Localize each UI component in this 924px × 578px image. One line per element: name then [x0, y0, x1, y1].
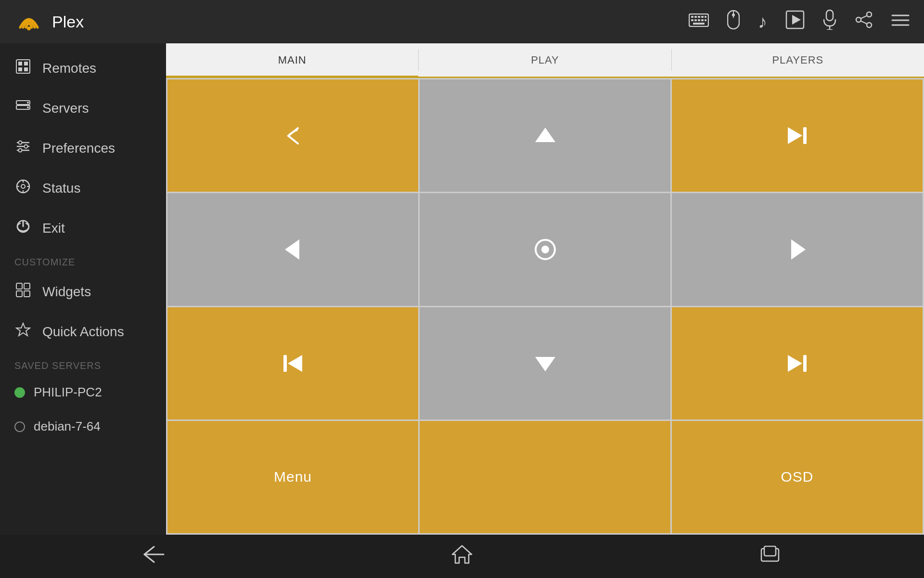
svg-marker-66 [788, 355, 802, 372]
sidebar-remotes-label: Remotes [42, 61, 96, 76]
svg-point-21 [867, 12, 872, 17]
menu-button[interactable]: Menu [167, 421, 418, 533]
main-area: Remotes Servers [0, 43, 924, 535]
select-button[interactable] [420, 193, 670, 305]
back-nav-icon[interactable] [143, 546, 165, 567]
control-grid: Menu OSD [166, 78, 924, 535]
svg-rect-6 [691, 19, 693, 21]
app-title: Plex [52, 13, 84, 31]
svg-rect-7 [694, 19, 697, 21]
svg-rect-33 [24, 67, 28, 71]
sidebar: Remotes Servers [0, 43, 166, 535]
tab-players[interactable]: PLAYERS [672, 43, 924, 77]
svg-rect-53 [16, 291, 22, 297]
sidebar-quick-actions-label: Quick Actions [42, 324, 124, 340]
svg-point-61 [541, 246, 549, 253]
topbar: Plex [0, 0, 924, 43]
svg-point-15 [732, 13, 735, 16]
menu-label: Menu [274, 469, 312, 485]
svg-marker-17 [792, 15, 801, 25]
svg-marker-57 [788, 127, 802, 144]
topbar-left: Plex [14, 7, 84, 36]
tab-main[interactable]: MAIN [166, 43, 418, 77]
servers-icon [14, 99, 32, 118]
sidebar-exit-label: Exit [42, 221, 65, 236]
svg-point-23 [867, 23, 872, 27]
svg-marker-69 [452, 546, 472, 563]
svg-rect-2 [691, 16, 693, 18]
svg-marker-65 [535, 357, 555, 371]
svg-rect-54 [24, 291, 30, 297]
sidebar-preferences-label: Preferences [42, 141, 115, 156]
remotes-icon [14, 59, 32, 78]
svg-rect-64 [283, 355, 287, 372]
svg-rect-18 [826, 10, 833, 21]
svg-rect-67 [803, 355, 807, 372]
svg-rect-71 [764, 546, 776, 556]
svg-rect-3 [694, 16, 697, 18]
svg-marker-55 [16, 323, 30, 336]
sidebar-item-servers[interactable]: Servers [0, 88, 166, 128]
tab-play[interactable]: PLAY [419, 43, 671, 77]
keyboard-icon[interactable] [689, 13, 709, 31]
svg-rect-52 [24, 283, 30, 289]
mouse-icon[interactable] [727, 10, 740, 33]
server-philip-pc2-label: PHILIP-PC2 [34, 385, 102, 400]
svg-rect-9 [701, 19, 704, 21]
svg-rect-30 [18, 62, 22, 66]
saved-servers-section-label: SAVED SERVERS [0, 352, 166, 375]
topbar-icons: ♪ [689, 10, 910, 34]
play-square-icon[interactable] [785, 10, 805, 33]
svg-marker-56 [535, 128, 555, 142]
home-nav-icon[interactable] [451, 545, 473, 568]
sidebar-item-remotes[interactable]: Remotes [0, 48, 166, 88]
sidebar-item-exit[interactable]: Exit [0, 208, 166, 248]
svg-point-36 [27, 102, 29, 104]
right-button[interactable] [672, 193, 923, 305]
sidebar-item-widgets[interactable]: Widgets [0, 272, 166, 312]
back-button[interactable] [167, 79, 418, 192]
up-button[interactable] [420, 79, 670, 192]
sidebar-item-quick-actions[interactable]: Quick Actions [0, 312, 166, 352]
customize-section-label: CUSTOMIZE [0, 248, 166, 272]
svg-rect-31 [24, 62, 28, 66]
music-icon[interactable]: ♪ [758, 12, 767, 32]
hamburger-menu-icon[interactable] [891, 13, 910, 31]
right-panel: MAIN PLAY PLAYERS [166, 43, 924, 535]
skip-prev-button[interactable] [167, 307, 418, 420]
svg-rect-51 [16, 283, 22, 289]
svg-rect-8 [698, 19, 700, 21]
sidebar-servers-label: Servers [42, 101, 89, 116]
share-icon[interactable] [855, 11, 873, 33]
svg-marker-62 [791, 239, 806, 260]
bottom-nav [0, 535, 924, 578]
osd-button[interactable]: OSD [672, 421, 923, 533]
recents-nav-icon[interactable] [759, 546, 781, 567]
osd-label: OSD [781, 469, 813, 485]
sidebar-item-preferences[interactable]: Preferences [0, 128, 166, 168]
sidebar-item-status[interactable]: Status [0, 168, 166, 208]
step-forward-button[interactable] [672, 79, 923, 192]
left-button[interactable] [167, 193, 418, 305]
svg-rect-32 [18, 67, 22, 71]
saved-server-debian[interactable]: debian-7-64 [0, 409, 166, 444]
empty-button[interactable] [420, 421, 670, 533]
svg-line-25 [861, 21, 867, 24]
widgets-icon [14, 282, 32, 301]
plex-logo [14, 7, 43, 36]
svg-rect-12 [693, 23, 705, 25]
down-button[interactable] [420, 307, 670, 420]
server-debian-label: debian-7-64 [34, 419, 101, 434]
svg-rect-10 [705, 16, 706, 18]
svg-point-37 [27, 106, 29, 108]
skip-next-button[interactable] [672, 307, 923, 420]
svg-line-24 [861, 16, 867, 19]
saved-server-philip-pc2[interactable]: PHILIP-PC2 [0, 375, 166, 409]
preferences-icon [14, 139, 32, 158]
svg-point-0 [27, 26, 31, 30]
mic-icon[interactable] [823, 10, 836, 34]
svg-rect-4 [698, 16, 700, 18]
svg-marker-59 [285, 239, 299, 260]
tabs-bar: MAIN PLAY PLAYERS [166, 43, 924, 78]
svg-point-45 [21, 184, 25, 188]
